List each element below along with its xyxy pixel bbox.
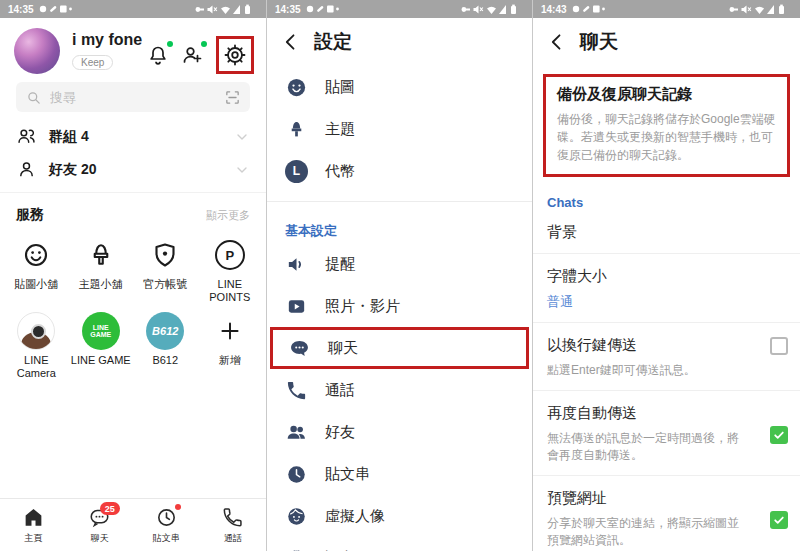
back-button[interactable] bbox=[547, 32, 567, 52]
bottom-tab-bar: 主頁 聊天 25 貼文串 通話 bbox=[0, 498, 266, 551]
theme-shop-icon bbox=[86, 240, 116, 270]
group-icon bbox=[16, 126, 37, 147]
line-camera-icon bbox=[17, 312, 55, 350]
qr-scan-icon[interactable] bbox=[224, 89, 241, 106]
settings-item-chats[interactable]: 聊天 bbox=[270, 327, 529, 369]
settings-item-photos-videos[interactable]: 照片・影片 bbox=[267, 285, 532, 327]
search-bar[interactable] bbox=[16, 82, 250, 112]
people-icon bbox=[285, 421, 308, 444]
status-notification-icons bbox=[306, 3, 340, 15]
settings-item-coins[interactable]: L 代幣 bbox=[267, 150, 532, 192]
settings-item-timeline[interactable]: 貼文串 bbox=[267, 453, 532, 495]
status-system-icons bbox=[194, 3, 258, 16]
tab-chats[interactable]: 聊天 25 bbox=[67, 499, 134, 551]
check-icon bbox=[772, 428, 786, 442]
search-input[interactable] bbox=[48, 89, 218, 106]
play-video-icon bbox=[285, 295, 308, 318]
section-basic-settings: 基本設定 bbox=[267, 211, 532, 243]
friends-row[interactable]: 好友 20 bbox=[0, 153, 266, 186]
service-line-points[interactable]: P LINE POINTS bbox=[198, 230, 263, 306]
backup-restore-row[interactable]: 備份及復原聊天記錄 備份後，聊天記錄將儲存於Google雲端硬碟。若遺失或更換新… bbox=[543, 74, 790, 177]
settings-item-stickers[interactable]: 貼圖 bbox=[267, 66, 532, 108]
coin-icon: L bbox=[285, 160, 308, 183]
checkbox-auto-resend[interactable] bbox=[770, 426, 788, 444]
tab-calls[interactable]: 通話 bbox=[200, 499, 267, 551]
tab-timeline[interactable]: 貼文串 bbox=[133, 499, 200, 551]
sticker-shop-icon bbox=[21, 240, 51, 270]
font-size-value: 普通 bbox=[547, 293, 786, 311]
settings-item-calls[interactable]: 通話 bbox=[267, 369, 532, 411]
status-bar: 14:35 bbox=[0, 0, 266, 18]
settings-item-themes[interactable]: 主題 bbox=[267, 108, 532, 150]
page-title: 設定 bbox=[314, 29, 352, 55]
backup-description: 備份後，聊天記錄將儲存於Google雲端硬碟。若遺失或更換新的智慧手機時，也可復… bbox=[557, 110, 776, 164]
tab-home[interactable]: 主頁 bbox=[0, 499, 67, 551]
checkbox-enter-to-send[interactable] bbox=[770, 337, 788, 355]
show-more-link[interactable]: 顯示更多 bbox=[206, 208, 250, 223]
add-icon bbox=[217, 318, 243, 344]
person-add-icon bbox=[180, 43, 204, 67]
screenshot-canvas: 14:35 i my fone Keep bbox=[0, 0, 800, 551]
status-system-icons bbox=[728, 3, 792, 16]
add-friend-button[interactable] bbox=[180, 43, 204, 67]
row-enter-to-send[interactable]: 以換行鍵傳送 點選Enter鍵即可傳送訊息。 bbox=[533, 325, 800, 388]
section-chats: Chats bbox=[533, 181, 800, 212]
service-official-accounts[interactable]: 官方帳號 bbox=[133, 230, 198, 306]
unread-badge: 25 bbox=[100, 502, 120, 515]
profile-avatar[interactable] bbox=[14, 28, 60, 74]
services-grid: 貼圖小舖 主題小舖 官方帳號 P LINE POINTS LINE Camera… bbox=[0, 226, 266, 382]
speaker-icon bbox=[285, 253, 308, 276]
back-chevron-icon bbox=[281, 32, 301, 52]
notification-dot bbox=[167, 41, 173, 47]
service-add[interactable]: 新增 bbox=[198, 306, 263, 382]
clock-icon bbox=[285, 463, 308, 486]
row-auto-resend[interactable]: 再度自動傳送 無法傳送的訊息於一定時間過後，將會再度自動傳送。 bbox=[533, 393, 800, 473]
gear-icon bbox=[223, 43, 247, 67]
service-line-camera[interactable]: LINE Camera bbox=[4, 306, 69, 382]
divider bbox=[533, 322, 800, 323]
settings-button[interactable] bbox=[223, 43, 247, 67]
status-time: 14:35 bbox=[275, 4, 301, 15]
b612-icon: B612 bbox=[146, 312, 184, 350]
theme-brush-icon bbox=[285, 118, 308, 141]
settings-item-friends[interactable]: 好友 bbox=[267, 411, 532, 453]
settings-item-language[interactable]: 語言 bbox=[267, 537, 532, 551]
panel-settings: 14:35 設定 貼圖 主題 L 代幣 基本設定 bbox=[266, 0, 533, 551]
service-sticker-shop[interactable]: 貼圖小舖 bbox=[4, 230, 69, 306]
checkbox-url-preview[interactable] bbox=[770, 511, 788, 529]
chevron-down-icon[interactable] bbox=[234, 129, 250, 145]
divider bbox=[267, 201, 532, 202]
clock-icon bbox=[155, 506, 178, 529]
settings-item-notifications[interactable]: 提醒 bbox=[267, 243, 532, 285]
back-chevron-icon bbox=[547, 32, 567, 52]
phone-icon bbox=[285, 379, 308, 402]
backup-title: 備份及復原聊天記錄 bbox=[557, 85, 776, 104]
notifications-button[interactable] bbox=[146, 43, 170, 67]
divider bbox=[533, 253, 800, 254]
status-system-icons bbox=[460, 3, 524, 16]
status-notification-icons bbox=[39, 3, 73, 15]
keep-button[interactable]: Keep bbox=[72, 55, 113, 70]
profile-header: i my fone Keep bbox=[0, 18, 266, 74]
status-notification-icons bbox=[572, 3, 606, 15]
services-title: 服務 bbox=[16, 206, 44, 224]
service-b612[interactable]: B612 B612 bbox=[133, 306, 198, 382]
service-line-game[interactable]: LINE GAME LINE GAME bbox=[69, 306, 134, 382]
official-account-icon bbox=[150, 240, 180, 270]
status-time: 14:35 bbox=[8, 4, 34, 15]
check-icon bbox=[772, 513, 786, 527]
service-theme-shop[interactable]: 主題小舖 bbox=[69, 230, 134, 306]
profile-name[interactable]: i my fone bbox=[72, 31, 146, 49]
globe-icon bbox=[285, 547, 308, 551]
groups-row[interactable]: 群組 4 bbox=[0, 120, 266, 153]
back-button[interactable] bbox=[281, 32, 301, 52]
row-font-size[interactable]: 字體大小 普通 bbox=[533, 256, 800, 320]
row-background[interactable]: 背景 bbox=[533, 212, 800, 251]
chevron-down-icon[interactable] bbox=[234, 162, 250, 178]
person-icon bbox=[16, 159, 37, 180]
row-url-preview[interactable]: 預覽網址 分享於聊天室的連結，將顯示縮圖並預覽網站資訊。 bbox=[533, 478, 800, 551]
settings-item-avatar[interactable]: 虛擬人像 bbox=[267, 495, 532, 537]
status-time: 14:43 bbox=[541, 4, 567, 15]
panel-chat-settings: 14:43 聊天 備份及復原聊天記錄 備份後，聊天記錄將儲存於Google雲端硬… bbox=[533, 0, 800, 551]
avatar-face-icon bbox=[285, 505, 308, 528]
